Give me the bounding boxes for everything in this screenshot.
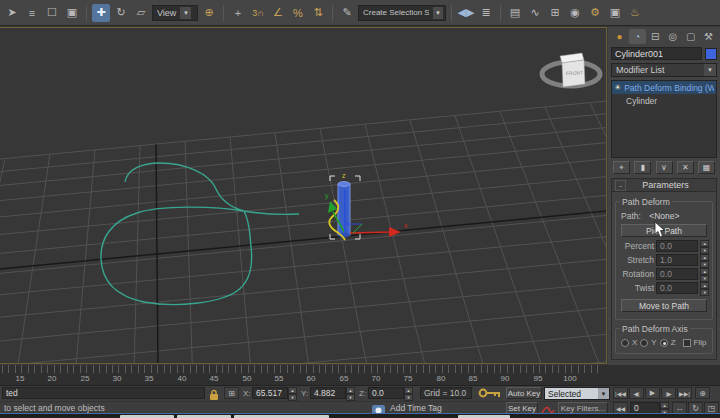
timeline-tick-label: 35 xyxy=(145,374,154,383)
create-tab-icon[interactable]: ● xyxy=(611,29,628,44)
timeline-ruler[interactable]: 15 20 25 30 35 40 45 50 55 60 65 70 75 8… xyxy=(0,365,720,386)
modifier-onoff-bulb-icon[interactable]: ☀ xyxy=(614,83,621,92)
show-end-result-icon[interactable]: ▮ xyxy=(634,161,651,174)
add-time-tag-label[interactable]: Add Time Tag xyxy=(390,403,442,413)
play-button[interactable]: ▶ xyxy=(645,387,660,399)
display-tab-icon[interactable]: ▢ xyxy=(682,29,699,44)
axis-y-radio[interactable] xyxy=(640,339,648,347)
stack-item-label: Path Deform Binding (WS xyxy=(624,83,714,93)
select-rotate-icon[interactable]: ↻ xyxy=(112,4,130,22)
object-name-field[interactable]: Cylinder001 xyxy=(611,47,702,60)
timeline-tick-label: 60 xyxy=(307,374,316,383)
modify-tab-icon[interactable]: ◔ xyxy=(629,29,646,44)
timeline-tick-label: 40 xyxy=(178,374,187,383)
axis-x-radio[interactable] xyxy=(621,339,629,347)
utilities-tab-icon[interactable]: ⚒ xyxy=(700,29,717,44)
stretch-spinner[interactable]: ▲▼ xyxy=(700,254,709,266)
mirror-icon[interactable]: ◀▶ xyxy=(457,4,475,22)
render-icon[interactable]: ♨ xyxy=(626,4,644,22)
spinner-snap-icon[interactable]: ⇅ xyxy=(309,4,327,22)
layer-manager-icon[interactable]: ▤ xyxy=(506,4,524,22)
path-value: <None> xyxy=(649,211,679,221)
snaps-toggle-icon[interactable]: 3∩ xyxy=(249,4,267,22)
rect-selection-region-icon[interactable]: ☐ xyxy=(43,4,61,22)
percent-snap-icon[interactable]: % xyxy=(289,4,307,22)
object-color-swatch[interactable] xyxy=(705,48,717,60)
perspective-viewport[interactable]: x y z FRONT xyxy=(0,27,607,364)
window-crossing-icon[interactable]: ▣ xyxy=(63,4,81,22)
zoom-icon[interactable]: ⊕ xyxy=(695,387,710,399)
collapse-icon[interactable]: - xyxy=(615,180,626,191)
chevron-down-icon: ▼ xyxy=(598,388,609,399)
graph-editors-icon[interactable]: ∿ xyxy=(526,4,544,22)
rendered-frame-window-icon[interactable]: ▣ xyxy=(606,4,624,22)
chevron-down-icon: ▼ xyxy=(180,7,191,19)
configure-modifier-sets-icon[interactable]: ▦ xyxy=(698,161,715,174)
rotation-field[interactable]: 0.0 xyxy=(656,268,698,280)
percent-field[interactable]: 0.0 xyxy=(656,240,698,252)
hierarchy-tab-icon[interactable]: ⊟ xyxy=(647,29,664,44)
auto-key-button[interactable]: Auto Key xyxy=(506,387,542,399)
path-spline[interactable] xyxy=(101,163,299,305)
select-manipulate-icon[interactable]: + xyxy=(229,4,247,22)
percent-spinner[interactable]: ▲▼ xyxy=(700,240,709,252)
parameters-rollout-header[interactable]: - Parameters xyxy=(612,179,716,192)
mouse-cursor xyxy=(654,222,666,238)
cylinder-object[interactable] xyxy=(338,182,350,238)
align-icon[interactable]: ≣ xyxy=(477,4,495,22)
timeline-tick-label: 75 xyxy=(404,374,413,383)
reference-coordsys-dropdown[interactable]: View ▼ xyxy=(152,5,198,21)
grid-setting-field: Grid = 10.0 xyxy=(420,387,472,399)
use-pivot-center-icon[interactable]: ⊕ xyxy=(200,4,218,22)
select-by-name-icon[interactable]: ≡ xyxy=(23,4,41,22)
axis-y-label: Y xyxy=(651,338,656,347)
goto-end-button[interactable]: ▶▶| xyxy=(677,387,692,399)
twist-spinner[interactable]: ▲▼ xyxy=(700,282,709,294)
rotation-spinner[interactable]: ▲▼ xyxy=(700,268,709,280)
goto-start-button[interactable]: |◀◀ xyxy=(613,387,628,399)
main-toolbar: ➤ ≡ ☐ ▣ ✚ ↻ ▱ View ▼ ⊕ + 3∩ ∠ % ⇅ ✎ Crea… xyxy=(0,0,720,26)
schematic-view-icon[interactable]: ⊞ xyxy=(546,4,564,22)
timeline-tick-label: 90 xyxy=(501,374,510,383)
toolbar-separator xyxy=(332,5,333,21)
z-axis-label: z xyxy=(342,172,346,179)
y-coord-spinner[interactable]: ▲▼ xyxy=(346,387,355,399)
modifier-stack: ☀ Path Deform Binding (WS Cylinder xyxy=(611,80,717,158)
z-coord-field[interactable]: 0.0 xyxy=(368,387,404,399)
modifier-list-label: Modifier List xyxy=(612,64,704,76)
absolute-offset-toggle-icon[interactable]: ⊞ xyxy=(224,387,239,399)
x-coord-field[interactable]: 65.517 xyxy=(252,387,288,399)
edit-named-selections-icon[interactable]: ✎ xyxy=(338,4,356,22)
angle-snap-icon[interactable]: ∠ xyxy=(269,4,287,22)
chevron-down-icon: ▼ xyxy=(433,7,443,19)
x-coord-spinner[interactable]: ▲▼ xyxy=(288,387,297,399)
stretch-field[interactable]: 1.0 xyxy=(656,254,698,266)
z-coord-spinner[interactable]: ▲▼ xyxy=(404,387,413,399)
material-editor-icon[interactable]: ◉ xyxy=(566,4,584,22)
timeline-tick-label: 95 xyxy=(534,374,543,383)
previous-frame-button[interactable]: ◀| xyxy=(629,387,644,399)
remove-modifier-icon[interactable]: ✕ xyxy=(677,161,694,174)
make-unique-icon[interactable]: ∨ xyxy=(656,161,673,174)
flip-checkbox[interactable] xyxy=(683,339,691,347)
stack-item-path-deform[interactable]: ☀ Path Deform Binding (WS xyxy=(612,81,716,94)
select-move-icon[interactable]: ✚ xyxy=(92,4,110,22)
axis-z-radio[interactable] xyxy=(660,339,668,347)
twist-field[interactable]: 0.0 xyxy=(656,282,698,294)
viewcube[interactable]: FRONT xyxy=(538,44,606,96)
y-coord-field[interactable]: 4.882 xyxy=(310,387,346,399)
named-selection-set-dropdown[interactable]: Create Selection Se ▼ xyxy=(358,5,446,21)
parameters-rollout: - Parameters Path Deform Path: <None> Pi… xyxy=(611,178,717,360)
render-setup-icon[interactable]: ⚙ xyxy=(586,4,604,22)
next-frame-button[interactable]: |▶ xyxy=(661,387,676,399)
pin-stack-icon[interactable]: ⌖ xyxy=(613,161,630,174)
motion-tab-icon[interactable]: ◎ xyxy=(664,29,681,44)
key-selection-dropdown[interactable]: Selected ▼ xyxy=(544,387,610,400)
modifier-list-dropdown[interactable]: Modifier List ▼ xyxy=(611,63,717,77)
select-object-icon[interactable]: ➤ xyxy=(3,4,21,22)
move-to-path-button[interactable]: Move to Path xyxy=(621,299,707,312)
toolbar-separator xyxy=(223,5,224,21)
stack-item-cylinder[interactable]: Cylinder xyxy=(612,94,716,107)
percent-label: Percent xyxy=(619,241,654,251)
select-scale-icon[interactable]: ▱ xyxy=(132,4,150,22)
